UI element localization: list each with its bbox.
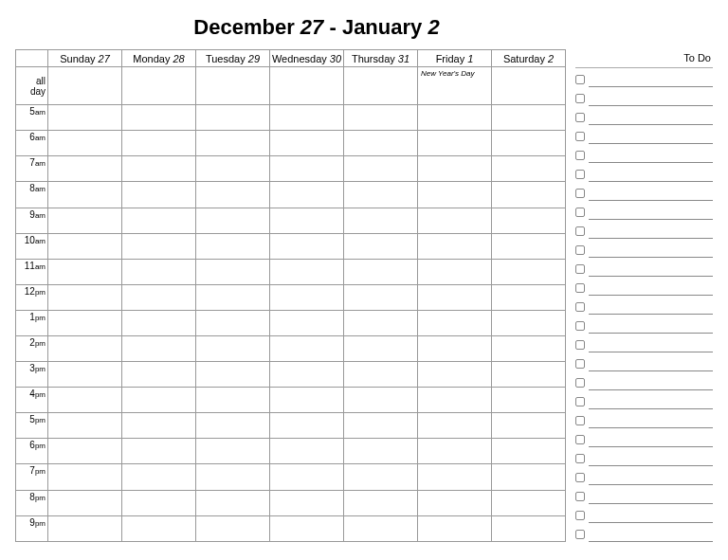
todo-checkbox[interactable] (575, 208, 585, 217)
hour-cell[interactable] (122, 182, 196, 208)
todo-checkbox[interactable] (575, 359, 585, 369)
todo-checkbox[interactable] (575, 435, 585, 444)
todo-line[interactable] (589, 428, 713, 447)
hour-cell[interactable] (344, 464, 418, 490)
hour-cell[interactable] (270, 284, 344, 310)
hour-cell[interactable] (48, 310, 122, 335)
hour-cell[interactable] (418, 439, 492, 464)
hour-cell[interactable] (344, 233, 418, 259)
hour-cell[interactable] (344, 131, 418, 156)
hour-cell[interactable] (492, 336, 566, 362)
todo-checkbox[interactable] (575, 151, 585, 160)
todo-checkbox[interactable] (575, 454, 585, 463)
todo-line[interactable] (589, 296, 713, 315)
hour-cell[interactable] (48, 439, 122, 464)
hour-cell[interactable] (196, 156, 270, 182)
todo-line[interactable] (589, 182, 713, 201)
hour-cell[interactable] (418, 259, 492, 284)
hour-cell[interactable] (48, 464, 122, 490)
todo-line[interactable] (589, 68, 713, 87)
todo-line[interactable] (589, 466, 713, 485)
hour-cell[interactable] (418, 490, 492, 515)
hour-cell[interactable] (48, 105, 122, 131)
hour-cell[interactable] (492, 156, 566, 182)
hour-cell[interactable] (418, 362, 492, 388)
todo-line[interactable] (589, 390, 713, 409)
allday-cell[interactable] (196, 67, 270, 105)
hour-cell[interactable] (418, 464, 492, 490)
hour-cell[interactable] (492, 310, 566, 335)
todo-checkbox[interactable] (575, 189, 585, 198)
todo-checkbox[interactable] (575, 75, 585, 84)
hour-cell[interactable] (418, 388, 492, 413)
todo-checkbox[interactable] (575, 94, 585, 103)
hour-cell[interactable] (492, 208, 566, 233)
hour-cell[interactable] (196, 413, 270, 439)
hour-cell[interactable] (48, 362, 122, 388)
hour-cell[interactable] (48, 233, 122, 259)
hour-cell[interactable] (492, 490, 566, 515)
todo-line[interactable] (589, 277, 713, 296)
hour-cell[interactable] (122, 208, 196, 233)
hour-cell[interactable] (492, 464, 566, 490)
hour-cell[interactable] (270, 156, 344, 182)
hour-cell[interactable] (492, 362, 566, 388)
hour-cell[interactable] (122, 284, 196, 310)
hour-cell[interactable] (196, 336, 270, 362)
hour-cell[interactable] (122, 336, 196, 362)
hour-cell[interactable] (492, 439, 566, 464)
hour-cell[interactable] (344, 490, 418, 515)
hour-cell[interactable] (492, 284, 566, 310)
hour-cell[interactable] (196, 182, 270, 208)
todo-checkbox[interactable] (575, 492, 585, 501)
hour-cell[interactable] (270, 515, 344, 541)
hour-cell[interactable] (270, 336, 344, 362)
hour-cell[interactable] (196, 131, 270, 156)
hour-cell[interactable] (48, 490, 122, 515)
allday-cell[interactable] (122, 67, 196, 105)
todo-line[interactable] (589, 163, 713, 182)
todo-line[interactable] (589, 352, 713, 371)
hour-cell[interactable] (48, 156, 122, 182)
hour-cell[interactable] (122, 388, 196, 413)
hour-cell[interactable] (48, 131, 122, 156)
hour-cell[interactable] (492, 131, 566, 156)
hour-cell[interactable] (492, 105, 566, 131)
hour-cell[interactable] (270, 233, 344, 259)
hour-cell[interactable] (270, 464, 344, 490)
hour-cell[interactable] (344, 259, 418, 284)
hour-cell[interactable] (270, 105, 344, 131)
todo-line[interactable] (589, 315, 713, 334)
hour-cell[interactable] (48, 259, 122, 284)
hour-cell[interactable] (344, 105, 418, 131)
hour-cell[interactable] (196, 464, 270, 490)
hour-cell[interactable] (270, 182, 344, 208)
hour-cell[interactable] (418, 284, 492, 310)
hour-cell[interactable] (48, 388, 122, 413)
hour-cell[interactable] (196, 362, 270, 388)
todo-checkbox[interactable] (575, 321, 585, 331)
hour-cell[interactable] (48, 208, 122, 233)
allday-cell[interactable] (270, 67, 344, 105)
hour-cell[interactable] (344, 388, 418, 413)
hour-cell[interactable] (122, 233, 196, 259)
hour-cell[interactable] (122, 490, 196, 515)
todo-checkbox[interactable] (575, 302, 585, 312)
todo-line[interactable] (589, 106, 713, 125)
hour-cell[interactable] (196, 233, 270, 259)
hour-cell[interactable] (122, 105, 196, 131)
hour-cell[interactable] (196, 439, 270, 464)
hour-cell[interactable] (48, 336, 122, 362)
hour-cell[interactable] (344, 413, 418, 439)
hour-cell[interactable] (492, 515, 566, 541)
hour-cell[interactable] (270, 439, 344, 464)
hour-cell[interactable] (270, 490, 344, 515)
hour-cell[interactable] (122, 413, 196, 439)
hour-cell[interactable] (196, 259, 270, 284)
hour-cell[interactable] (344, 182, 418, 208)
hour-cell[interactable] (196, 515, 270, 541)
todo-checkbox[interactable] (575, 170, 585, 179)
hour-cell[interactable] (196, 105, 270, 131)
hour-cell[interactable] (492, 388, 566, 413)
hour-cell[interactable] (492, 413, 566, 439)
